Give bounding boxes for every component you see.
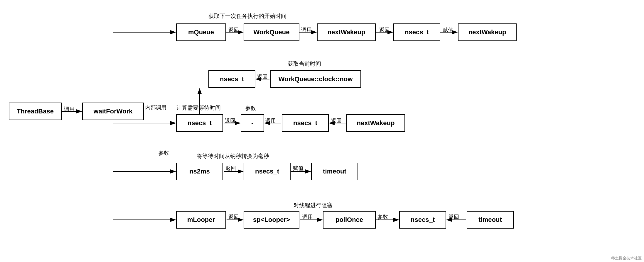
watermark: 稀土掘金技术社区 bbox=[611, 256, 642, 261]
label-param-ns2ms: 参数 bbox=[159, 149, 169, 156]
label-call-splooper: 调用 bbox=[302, 213, 313, 220]
label-assign-nsecs1: 赋值 bbox=[443, 26, 453, 33]
diagram-container: ThreadBase waitForWork mQueue WorkQueue … bbox=[0, 0, 644, 262]
node-threadbase: ThreadBase bbox=[9, 103, 62, 120]
label-return-mqueue: 返回 bbox=[228, 26, 239, 33]
node-sp-looper: sp<Looper> bbox=[244, 211, 299, 229]
node-nsecs-t4: nsecs_t bbox=[282, 114, 329, 132]
node-timeout1: timeout bbox=[311, 163, 358, 180]
label-return-clock: 返回 bbox=[257, 73, 268, 80]
node-workqueue: WorkQueue bbox=[244, 23, 299, 41]
node-nsecs-t3: nsecs_t bbox=[176, 114, 223, 132]
node-nextwakeup3: nextWakeup bbox=[346, 114, 405, 132]
label-return-nextwakeup1: 返回 bbox=[379, 26, 390, 33]
node-mlooper: mLooper bbox=[176, 211, 226, 229]
node-timeout2: timeout bbox=[467, 211, 514, 229]
label-call-nsecs4: 调用 bbox=[265, 117, 276, 124]
label-param-pollonce: 参数 bbox=[377, 213, 388, 220]
label-call-threadbase: 调用 bbox=[64, 106, 75, 113]
node-nextwakeup2: nextWakeup bbox=[458, 23, 517, 41]
node-mqueue: mQueue bbox=[176, 23, 226, 41]
label-calc-wait: 计算需要等待时间 bbox=[176, 104, 221, 112]
label-assign-nsecs5: 赋值 bbox=[293, 165, 304, 172]
node-nextwakeup1: nextWakeup bbox=[317, 23, 376, 41]
node-minus: - bbox=[241, 114, 264, 132]
label-return-ns2ms: 返回 bbox=[225, 165, 236, 172]
label-return-timeout2: 返回 bbox=[449, 213, 459, 220]
label-block-thread: 对线程进行阻塞 bbox=[294, 202, 333, 209]
label-return-mlooper: 返回 bbox=[228, 213, 239, 220]
label-get-current-time: 获取当前时间 bbox=[288, 60, 321, 68]
node-ns2ms: ns2ms bbox=[176, 163, 223, 180]
label-param-minus: 参数 bbox=[245, 105, 256, 112]
label-return-nsecs4: 返回 bbox=[331, 117, 342, 124]
label-internal-call: 内部调用 bbox=[145, 104, 166, 111]
label-convert-ns2ms: 将等待时间从纳秒转换为毫秒 bbox=[197, 152, 269, 160]
label-return-minus: 返回 bbox=[225, 117, 235, 124]
node-nsecs-t2: nsecs_t bbox=[208, 70, 255, 88]
node-nsecs-t5: nsecs_t bbox=[244, 163, 291, 180]
node-pollonce: pollOnce bbox=[323, 211, 376, 229]
label-get-next-task-time: 获取下一次任务执行的开始时间 bbox=[208, 12, 286, 20]
node-waitforwork: waitForWork bbox=[82, 103, 144, 120]
node-workqueue-clock: WorkQueue::clock::now bbox=[270, 70, 361, 88]
node-nsecs-t1: nsecs_t bbox=[393, 23, 440, 41]
label-call-workqueue: 调用 bbox=[301, 26, 312, 33]
node-nsecs-t6: nsecs_t bbox=[399, 211, 446, 229]
